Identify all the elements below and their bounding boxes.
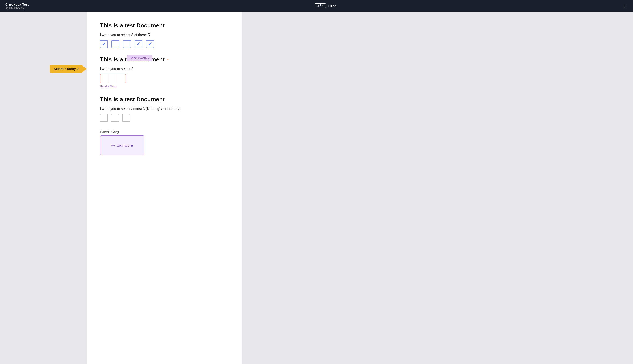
signature-button[interactable]: ✏ Signature bbox=[100, 136, 144, 156]
field-tooltip: Select exactly 2 bbox=[126, 55, 152, 61]
tooltip-box: Select exactly 2 bbox=[50, 65, 83, 73]
section2-checkboxes bbox=[100, 74, 126, 83]
app-subtitle: By Harshit Garg bbox=[5, 6, 29, 9]
signer-name: Harshit Garg bbox=[100, 130, 229, 134]
checkbox-3-2[interactable] bbox=[111, 114, 119, 122]
sidebar-tooltip: Select exactly 2 bbox=[50, 65, 87, 73]
app-title: Checkbox Test bbox=[5, 2, 29, 6]
page-wrapper: Select exactly 2 This is a test Document… bbox=[0, 12, 633, 364]
section1-title: This is a test Document bbox=[100, 22, 229, 29]
more-menu-button[interactable]: ⋮ bbox=[622, 3, 628, 9]
doc-section-3: This is a test Document I want you to se… bbox=[100, 96, 229, 122]
doc-section-2: This is a test Document * Select exactly… bbox=[100, 56, 229, 88]
signature-section: Harshit Garg ✏ Signature bbox=[100, 130, 229, 156]
section2-instruction: I want you to select 2 bbox=[100, 67, 229, 71]
checkbox-1-5[interactable] bbox=[146, 40, 154, 48]
tooltip-arrow-icon bbox=[83, 66, 87, 72]
page-badge: 2 / 4 bbox=[315, 3, 326, 8]
status-label: Filled bbox=[328, 4, 336, 8]
checkbox-2-1[interactable] bbox=[100, 74, 109, 83]
signature-icon: ✏ bbox=[111, 143, 115, 148]
section2-title: This is a test Document * Select exactly… bbox=[100, 56, 169, 63]
doc-section-1: This is a test Document I want you to se… bbox=[100, 22, 229, 48]
required-star: * bbox=[167, 58, 169, 62]
section2-signer-label: Harshit Garg bbox=[100, 85, 229, 88]
header-left: Checkbox Test By Harshit Garg bbox=[5, 2, 29, 9]
checkbox-1-2[interactable] bbox=[111, 40, 119, 48]
app-header: Checkbox Test By Harshit Garg 2 / 4 Fill… bbox=[0, 0, 633, 12]
checkbox-1-4[interactable] bbox=[134, 40, 142, 48]
header-center: 2 / 4 Filled bbox=[315, 3, 336, 8]
checkbox-2-3[interactable] bbox=[117, 74, 126, 83]
checkbox-2-2[interactable] bbox=[109, 74, 117, 83]
section1-instruction: I want you to select 3 of these 5 bbox=[100, 33, 229, 37]
checkbox-1-1[interactable] bbox=[100, 40, 108, 48]
section3-checkboxes bbox=[100, 114, 229, 122]
section3-instruction: I want you to select atmost 3 (Nothing's… bbox=[100, 107, 229, 111]
checkbox-3-3[interactable] bbox=[122, 114, 130, 122]
checkbox-3-1[interactable] bbox=[100, 114, 108, 122]
checkbox-1-3[interactable] bbox=[123, 40, 131, 48]
sidebar: Select exactly 2 bbox=[0, 12, 87, 364]
section3-title: This is a test Document bbox=[100, 96, 229, 103]
signature-label: Signature bbox=[117, 143, 133, 148]
section1-checkboxes bbox=[100, 40, 229, 48]
main-content: This is a test Document I want you to se… bbox=[87, 12, 242, 364]
